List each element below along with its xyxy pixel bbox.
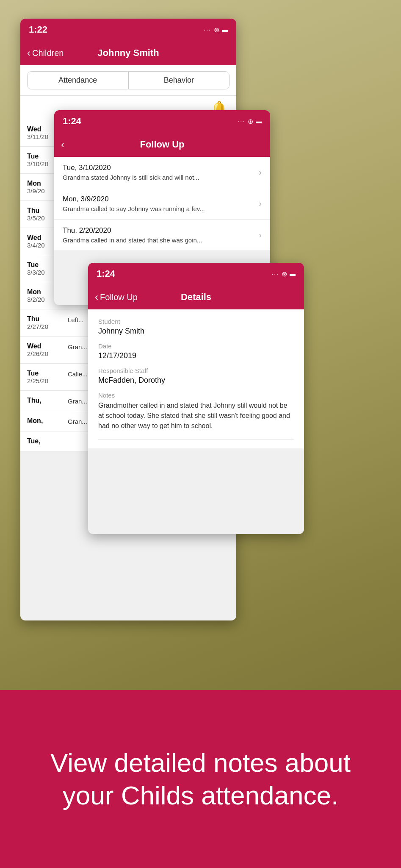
tab-attendance[interactable]: Attendance bbox=[28, 72, 128, 89]
student-value: Johnny Smith bbox=[98, 327, 294, 336]
row-date: 2/27/20 bbox=[27, 323, 61, 330]
page-title-3: Details bbox=[181, 292, 211, 303]
chevron-right-icon-1: › bbox=[259, 167, 262, 177]
status-time-3: 1:24 bbox=[97, 268, 115, 279]
back-arrow-1: ‹ bbox=[27, 47, 30, 59]
details-body: Student Johnny Smith Date 12/17/2019 Res… bbox=[88, 309, 304, 448]
banner-text: View detailed notes about your Childs at… bbox=[25, 746, 376, 812]
status-time-2: 1:24 bbox=[63, 116, 81, 127]
row-day: Mon, bbox=[27, 417, 61, 425]
row-day: Thu, bbox=[27, 397, 61, 404]
signal-icon-1 bbox=[204, 26, 211, 33]
row-day: Tue, bbox=[27, 437, 61, 445]
followup-item-3[interactable]: Thu, 2/20/2020 Grandma called in and sta… bbox=[54, 220, 270, 251]
back-arrow-3: ‹ bbox=[95, 291, 98, 303]
tab-behavior[interactable]: Behavior bbox=[129, 72, 229, 89]
page-title-2: Follow Up bbox=[140, 139, 184, 150]
signal-icon-3 bbox=[271, 270, 279, 278]
followup-date-2: Mon, 3/9/2020 bbox=[63, 195, 205, 203]
row-date: 2/26/20 bbox=[27, 350, 61, 357]
battery-icon-2 bbox=[256, 117, 262, 125]
back-label-1: Children bbox=[32, 48, 64, 58]
screen-details: 1:24 ‹ Follow Up Details Student Johnny … bbox=[88, 263, 304, 534]
status-bar-3: 1:24 bbox=[88, 263, 304, 285]
status-icons-2 bbox=[238, 117, 262, 125]
followup-text-3: Grandma called in and stated that she wa… bbox=[63, 236, 202, 244]
followup-item-2[interactable]: Mon, 3/9/2020 Grandma called to say John… bbox=[54, 188, 270, 220]
back-label-3: Follow Up bbox=[100, 292, 138, 302]
row-day: Wed bbox=[27, 342, 61, 350]
student-label: Student bbox=[98, 318, 294, 325]
tab-bar-1: Attendance Behavior bbox=[20, 65, 236, 96]
followup-text-2: Grandma called to say Johnny was running… bbox=[63, 205, 205, 212]
battery-icon-3 bbox=[290, 270, 296, 278]
status-bar-2: 1:24 bbox=[54, 110, 270, 132]
wifi-icon-1 bbox=[214, 26, 219, 34]
back-button-2[interactable]: ‹ bbox=[61, 139, 64, 150]
staff-value: McFadden, Dorothy bbox=[98, 376, 294, 385]
followup-content-1: Tue, 3/10/2020 Grandma stated Johnny is … bbox=[63, 164, 199, 181]
tab-group-1: Attendance Behavior bbox=[27, 71, 230, 89]
status-bar-1: 1:22 bbox=[20, 19, 236, 41]
status-icons-1 bbox=[204, 26, 228, 34]
date-value: 12/17/2019 bbox=[98, 351, 294, 360]
detail-divider bbox=[98, 440, 294, 440]
row-day: Tue bbox=[27, 370, 61, 377]
back-button-3[interactable]: ‹ Follow Up bbox=[95, 291, 138, 303]
followup-text-1: Grandma stated Johnny is still sick and … bbox=[63, 174, 199, 181]
notes-label: Notes bbox=[98, 392, 294, 399]
wifi-icon-3 bbox=[282, 270, 287, 278]
page-title-1: Johnny Smith bbox=[97, 47, 159, 58]
followup-date-1: Tue, 3/10/2020 bbox=[63, 164, 199, 172]
notes-value: Grandmother called in and stated that Jo… bbox=[98, 401, 294, 431]
back-button-1[interactable]: ‹ Children bbox=[27, 47, 64, 59]
chevron-right-icon-2: › bbox=[259, 199, 262, 209]
nav-bar-2: ‹ Follow Up bbox=[54, 132, 270, 157]
followup-item-1[interactable]: Tue, 3/10/2020 Grandma stated Johnny is … bbox=[54, 157, 270, 188]
chevron-right-icon-3: › bbox=[259, 230, 262, 240]
date-label: Date bbox=[98, 342, 294, 350]
bottom-banner: View detailed notes about your Childs at… bbox=[0, 690, 401, 868]
row-date: 2/25/20 bbox=[27, 377, 61, 384]
followup-content-2: Mon, 3/9/2020 Grandma called to say John… bbox=[63, 195, 205, 212]
nav-bar-1: ‹ Children Johnny Smith bbox=[20, 41, 236, 65]
signal-icon-2 bbox=[238, 117, 245, 125]
followup-date-3: Thu, 2/20/2020 bbox=[63, 226, 202, 235]
staff-label: Responsible Staff bbox=[98, 367, 294, 374]
back-arrow-2: ‹ bbox=[61, 139, 64, 150]
row-day: Thu bbox=[27, 315, 61, 323]
followup-list: Tue, 3/10/2020 Grandma stated Johnny is … bbox=[54, 157, 270, 251]
followup-content-3: Thu, 2/20/2020 Grandma called in and sta… bbox=[63, 226, 202, 244]
status-time-1: 1:22 bbox=[29, 24, 47, 35]
status-icons-3 bbox=[271, 270, 296, 278]
nav-bar-3: ‹ Follow Up Details bbox=[88, 285, 304, 309]
wifi-icon-2 bbox=[248, 117, 253, 125]
battery-icon-1 bbox=[222, 26, 228, 33]
